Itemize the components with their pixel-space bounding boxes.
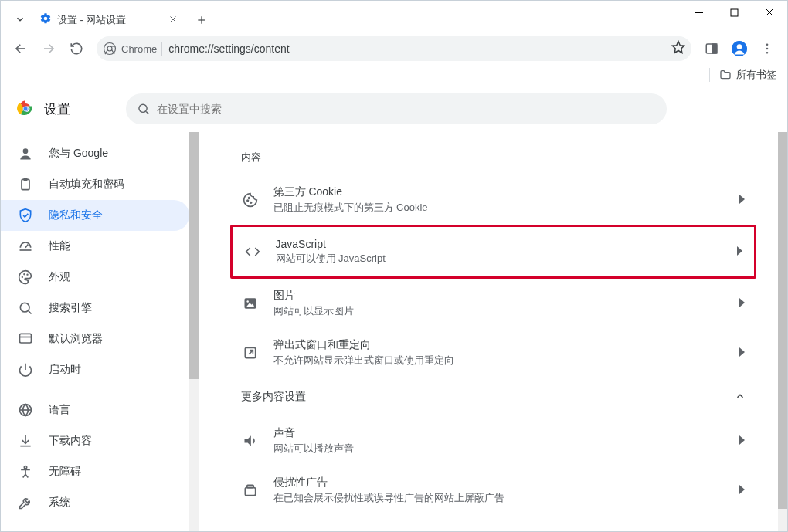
close-window-button[interactable]	[752, 1, 787, 24]
row-title: 侵扰性广告	[273, 476, 739, 490]
svg-point-11	[107, 46, 112, 51]
globe-icon	[18, 402, 33, 418]
svg-marker-60	[739, 485, 745, 494]
svg-marker-15	[673, 42, 684, 53]
chevron-right-icon	[739, 193, 746, 207]
all-bookmarks-button[interactable]: 所有书签	[719, 69, 776, 82]
tab-title: 设置 - 网站设置	[57, 14, 126, 27]
avatar-icon	[732, 41, 747, 56]
sidebar-item-you-and-google[interactable]: 您与 Google	[1, 138, 189, 169]
svg-marker-56	[244, 435, 250, 446]
download-icon	[18, 433, 33, 449]
all-bookmarks-label: 所有书签	[736, 69, 776, 82]
sidebar-item-search-engine[interactable]: 搜索引擎	[1, 293, 189, 324]
maximize-button[interactable]	[716, 1, 752, 24]
sidebar-item-label: 语言	[49, 403, 70, 417]
bookmarks-bar: 所有书签	[1, 64, 787, 86]
row-sub: 网站可以播放声音	[273, 442, 739, 456]
new-tab-button[interactable]	[190, 8, 213, 32]
svg-rect-31	[24, 178, 28, 181]
sidebar-item-label: 搜索引擎	[49, 301, 92, 315]
settings-app: 设置 您与 Google 自动填充和密码 隐私和安全	[1, 86, 787, 532]
search-icon	[18, 300, 33, 316]
minimize-button[interactable]	[681, 1, 716, 24]
sidebar-item-label: 启动时	[49, 363, 81, 377]
settings-header: 设置	[1, 86, 787, 132]
clipboard-icon	[18, 177, 33, 192]
row-ads[interactable]: 侵扰性广告 在已知会展示侵扰性或误导性广告的网站上屏蔽广告	[230, 466, 756, 515]
row-sound[interactable]: 声音 网站可以播放声音	[230, 416, 756, 466]
sidebar-item-system[interactable]: 系统	[1, 487, 189, 518]
chevron-right-icon	[739, 346, 746, 360]
search-icon	[137, 102, 151, 116]
chrome-icon	[103, 42, 117, 56]
chrome-logo-icon	[16, 100, 35, 118]
settings-title: 设置	[44, 100, 70, 118]
active-tab[interactable]: 设置 - 网站设置	[32, 7, 185, 33]
sidebar-scrollbar-thumb[interactable]	[189, 132, 199, 379]
close-tab-button[interactable]	[168, 13, 178, 27]
svg-line-38	[29, 311, 32, 314]
chip-divider	[161, 42, 162, 56]
back-button[interactable]	[8, 36, 33, 61]
sidebar-item-performance[interactable]: 性能	[1, 231, 189, 262]
address-bar[interactable]: Chrome chrome://settings/content	[97, 36, 691, 61]
accessibility-icon	[18, 464, 33, 479]
cookie-icon	[241, 192, 260, 208]
row-cookies[interactable]: 第三方 Cookie 已阻止无痕模式下的第三方 Cookie	[230, 175, 756, 225]
row-popups[interactable]: 弹出式窗口和重定向 不允许网站显示弹出式窗口或使用重定向	[230, 328, 756, 378]
sidebar-item-on-startup[interactable]: 启动时	[1, 354, 189, 385]
sidebar-item-languages[interactable]: 语言	[1, 395, 189, 425]
reload-button[interactable]	[64, 36, 89, 61]
more-heading-label: 更多内容设置	[241, 390, 306, 404]
gear-icon	[39, 12, 52, 28]
sidebar-item-privacy[interactable]: 隐私和安全	[1, 200, 189, 231]
svg-marker-53	[739, 298, 745, 307]
highlight-box: JavaScript 网站可以使用 JavaScript	[230, 225, 756, 279]
more-content-settings-toggle[interactable]: 更多内容设置	[230, 378, 756, 416]
row-title: 声音	[273, 426, 739, 440]
svg-rect-5	[731, 9, 738, 16]
menu-button[interactable]	[755, 36, 780, 61]
row-sub: 在已知会展示侵扰性或误导性广告的网站上屏蔽广告	[273, 491, 739, 505]
speed-icon	[18, 239, 33, 254]
wrench-icon	[18, 495, 33, 510]
sidebar-item-label: 隐私和安全	[49, 208, 103, 222]
ads-icon	[241, 483, 260, 498]
settings-search[interactable]	[126, 93, 667, 124]
svg-point-27	[139, 104, 147, 112]
svg-line-28	[146, 111, 148, 114]
svg-line-32	[25, 245, 28, 248]
side-panel-button[interactable]	[699, 36, 724, 61]
bookmark-star-icon[interactable]	[671, 40, 685, 57]
sidebar-item-label: 性能	[49, 239, 70, 253]
forward-button[interactable]	[36, 36, 61, 61]
sidebar-item-accessibility[interactable]: 无障碍	[1, 456, 189, 487]
sidebar-item-downloads[interactable]: 下载内容	[1, 425, 189, 456]
page-scrollbar-thumb[interactable]	[778, 132, 787, 509]
sidebar-item-appearance[interactable]: 外观	[1, 262, 189, 293]
sidebar-item-default-browser[interactable]: 默认浏览器	[1, 324, 189, 354]
row-sub: 已阻止无痕模式下的第三方 Cookie	[273, 201, 739, 215]
sidebar-scrollbar[interactable]	[189, 132, 199, 532]
tab-search-button[interactable]	[8, 8, 32, 31]
row-sub: 不允许网站显示弹出式窗口或使用重定向	[273, 354, 739, 368]
sidebar-item-label: 您与 Google	[49, 147, 108, 161]
sidebar-item-label: 自动填充和密码	[49, 178, 124, 191]
row-images[interactable]: 图片 网站可以显示图片	[230, 279, 756, 328]
svg-point-20	[737, 44, 742, 49]
svg-point-26	[24, 107, 28, 111]
content-heading: 内容	[230, 137, 756, 175]
svg-marker-49	[737, 246, 742, 256]
page-scrollbar[interactable]	[778, 132, 787, 532]
profile-button[interactable]	[727, 36, 752, 61]
sound-icon	[241, 433, 260, 449]
row-javascript[interactable]: JavaScript 网站可以使用 JavaScript	[233, 227, 754, 276]
settings-search-input[interactable]	[151, 103, 656, 115]
sidebar-item-autofill[interactable]: 自动填充和密码	[1, 169, 189, 200]
image-icon	[241, 296, 260, 311]
svg-point-52	[246, 300, 249, 303]
svg-point-44	[24, 466, 26, 469]
svg-rect-30	[22, 179, 29, 189]
svg-marker-57	[739, 435, 745, 445]
